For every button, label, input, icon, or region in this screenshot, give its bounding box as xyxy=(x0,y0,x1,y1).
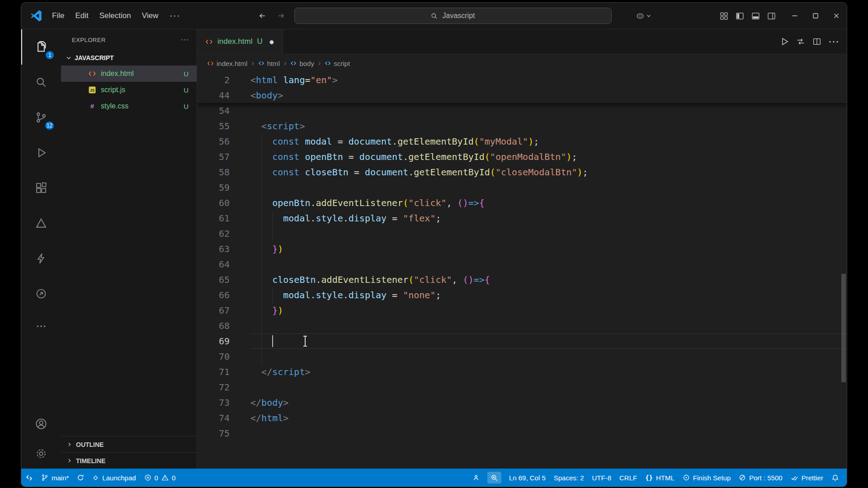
code-line: 75 xyxy=(197,426,847,441)
js-file-icon: JS xyxy=(88,86,96,94)
html-file-icon xyxy=(88,70,96,78)
menu-view[interactable]: View xyxy=(137,9,164,23)
command-center-search[interactable]: Javascript xyxy=(294,8,612,24)
activity-more[interactable] xyxy=(21,311,61,341)
explorer-badge: 1 xyxy=(46,51,54,59)
search-icon xyxy=(431,13,438,19)
workspace-section-header[interactable]: JAVASCRIPT xyxy=(61,50,197,66)
file-item-script-js[interactable]: JS script.js U xyxy=(61,82,197,98)
vertical-scrollbar[interactable] xyxy=(841,274,846,382)
encoding-item[interactable]: UTF-8 xyxy=(588,469,615,487)
finish-setup-item[interactable]: Finish Setup xyxy=(679,469,735,487)
braces-icon: {} xyxy=(645,474,653,481)
toggle-panel-button[interactable] xyxy=(751,11,760,21)
zoom-status-item[interactable] xyxy=(487,472,501,483)
toggle-primary-sidebar-button[interactable] xyxy=(735,11,745,21)
extensions-icon xyxy=(34,181,48,195)
editor-more-button[interactable]: ⋯ xyxy=(828,35,840,48)
activity-settings[interactable] xyxy=(21,439,61,469)
language-mode-item[interactable]: {} HTML xyxy=(641,469,679,487)
workspace-name: JAVASCRIPT xyxy=(75,54,114,61)
breadcrumb-file[interactable]: index.html xyxy=(207,60,247,67)
remote-icon xyxy=(25,474,33,482)
indentation-item[interactable]: Spaces: 2 xyxy=(550,469,588,487)
open-changes-button[interactable] xyxy=(796,37,806,47)
menu-edit[interactable]: Edit xyxy=(70,9,94,23)
launchpad-item[interactable]: Launchpad xyxy=(88,469,140,487)
branch-icon xyxy=(41,474,48,481)
activity-run-debug[interactable] xyxy=(21,135,61,170)
activity-ext-triangle[interactable] xyxy=(21,206,61,241)
code-line: 68 xyxy=(197,318,847,333)
remote-indicator[interactable] xyxy=(21,469,37,487)
explorer-more-button[interactable]: ⋯ xyxy=(181,35,189,45)
code-line: 72 xyxy=(197,380,847,395)
run-button[interactable] xyxy=(779,37,789,47)
activity-source-control[interactable]: 12 xyxy=(21,100,61,135)
cursor-position-item[interactable]: Ln 69, Col 5 xyxy=(505,469,550,487)
breadcrumb-separator: › xyxy=(318,59,321,67)
code-line: 44<body> xyxy=(197,88,847,103)
outline-label: OUTLINE xyxy=(76,441,104,448)
git-branch-item[interactable]: main* xyxy=(37,469,73,487)
toggle-secondary-sidebar-button[interactable] xyxy=(767,11,776,21)
element-symbol-icon xyxy=(290,60,297,66)
vscode-logo-icon[interactable] xyxy=(30,10,42,22)
chevron-down-icon xyxy=(66,55,72,61)
forward-arrow-icon[interactable] xyxy=(275,10,287,22)
problems-item[interactable]: 0 0 xyxy=(140,469,180,487)
warning-icon xyxy=(161,474,169,481)
activity-account[interactable] xyxy=(21,409,61,439)
prettier-item[interactable]: Prettier xyxy=(787,469,827,487)
sidebar-spacer xyxy=(61,114,197,436)
breadcrumb-html[interactable]: html xyxy=(258,60,280,67)
file-item-style-css[interactable]: # style.css U xyxy=(61,98,197,114)
sync-button[interactable] xyxy=(73,469,88,487)
activity-ext-lightning[interactable] xyxy=(21,241,61,276)
live-server-port-item[interactable]: Port : 5500 xyxy=(735,469,786,487)
activity-extensions[interactable] xyxy=(21,170,61,206)
code-line: 66 modal.style.display = "none"; xyxy=(197,287,847,303)
sidebar-explorer: EXPLORER ⋯ JAVASCRIPT index.html U JS xyxy=(61,29,197,469)
code-line: 74</html> xyxy=(197,410,847,426)
back-arrow-icon[interactable] xyxy=(256,10,268,22)
activity-explorer[interactable]: 1 xyxy=(21,29,61,65)
breadcrumbs: index.html › html › body › script xyxy=(197,54,847,72)
activity-ext-circle[interactable] xyxy=(21,276,61,311)
file-name: style.css xyxy=(101,102,128,110)
launchpad-label: Launchpad xyxy=(102,474,136,482)
file-name: index.html xyxy=(101,70,134,78)
triangle-icon xyxy=(34,216,48,230)
minimize-button[interactable] xyxy=(784,3,805,29)
menu-file[interactable]: File xyxy=(47,9,70,23)
source-control-icon xyxy=(34,111,48,124)
outline-section[interactable]: OUTLINE xyxy=(61,436,197,452)
notifications-bell[interactable] xyxy=(827,469,843,487)
eol-item[interactable]: CRLF xyxy=(615,469,641,487)
maximize-button[interactable] xyxy=(805,3,826,29)
close-button[interactable] xyxy=(826,3,847,29)
person-icon xyxy=(472,474,480,481)
double-check-icon xyxy=(791,474,798,482)
svg-text:JS: JS xyxy=(90,88,95,93)
run-debug-icon xyxy=(34,146,48,160)
breadcrumb-script[interactable]: script xyxy=(325,60,350,67)
search-label: Javascript xyxy=(442,12,475,20)
split-editor-button[interactable] xyxy=(812,37,822,47)
tab-index-html[interactable]: index.html U ● xyxy=(197,29,283,54)
person-status-item[interactable] xyxy=(468,469,484,487)
timeline-section[interactable]: TIMELINE xyxy=(61,452,197,469)
activity-bar: 1 12 xyxy=(21,29,61,469)
code-line: 54 xyxy=(197,103,847,118)
code-editor[interactable]: 2<html lang="en">44<body> 5455 <script>5… xyxy=(197,72,847,469)
html-file-icon xyxy=(205,38,213,46)
breadcrumb-body[interactable]: body xyxy=(290,60,314,67)
customize-layout-button[interactable] xyxy=(719,11,729,21)
file-item-index-html[interactable]: index.html U xyxy=(61,66,197,82)
activity-search[interactable] xyxy=(21,65,61,100)
modified-dot[interactable]: ● xyxy=(269,37,274,47)
gear-icon xyxy=(34,447,48,460)
copilot-button[interactable] xyxy=(636,11,651,20)
menu-selection[interactable]: Selection xyxy=(94,9,137,23)
menu-overflow-button[interactable]: ⋯ xyxy=(164,7,186,25)
